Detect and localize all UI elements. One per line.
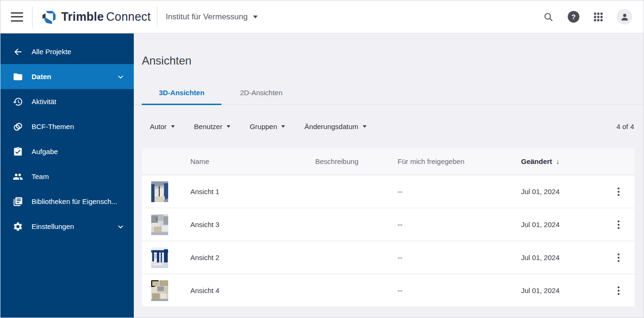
filters: Autor Benutzer Gruppen Änderungsdatum (150, 122, 367, 130)
trimble-logo-icon (41, 9, 57, 25)
sidebar-item-daten[interactable]: Daten (0, 64, 134, 89)
sidebar-item-label: Aufgabe (32, 147, 58, 155)
folder-icon (13, 72, 23, 82)
view-name: Ansicht 2 (190, 253, 315, 261)
filter-autor[interactable]: Autor (150, 122, 175, 130)
chevron-down-icon (171, 125, 175, 128)
row-menu-button[interactable] (612, 283, 625, 299)
filter-toolbar: Autor Benutzer Gruppen Änderungsdatum 4 … (134, 105, 644, 148)
sidebar-item-label: BCF-Themen (32, 122, 74, 130)
brand-name: TrimbleConnect (61, 10, 151, 24)
sidebar-item-bibliotheken[interactable]: Bibliotheken für Eigensch... (0, 189, 134, 214)
view-modified: Jul 01, 2024 (521, 220, 612, 228)
user-avatar[interactable] (617, 9, 632, 24)
arrow-left-icon (13, 47, 23, 57)
brand-bold: Trimble (61, 10, 104, 23)
view-modified: Jul 01, 2024 (521, 188, 612, 196)
header-actions: ? (542, 9, 644, 24)
sidebar-item-label: Bibliotheken für Eigensch... (32, 197, 117, 205)
row-menu-button[interactable] (612, 184, 625, 200)
filter-aenderungsdatum[interactable]: Änderungsdatum (304, 122, 366, 130)
view-thumbnail (151, 280, 168, 301)
filter-label: Autor (150, 122, 167, 130)
history-icon (13, 97, 23, 107)
chevron-down-icon (117, 73, 124, 81)
table-row[interactable]: Ansicht 1 -- Jul 01, 2024 (142, 175, 635, 208)
filter-label: Benutzer (194, 122, 222, 130)
chevron-down-icon (117, 223, 124, 230)
brand-light: Connect (106, 10, 151, 23)
column-header-name[interactable]: Name (190, 157, 315, 165)
gear-icon (13, 221, 23, 232)
sidebar-item-label: Alle Projekte (32, 48, 71, 56)
filter-gruppen[interactable]: Gruppen (250, 122, 285, 130)
top-header: TrimbleConnect Institut für Vermessung ? (0, 0, 644, 33)
sidebar-item-aufgabe[interactable]: Aufgabe (0, 139, 134, 164)
view-modified: Jul 01, 2024 (521, 286, 612, 294)
sort-desc-icon: ↓ (556, 157, 560, 166)
apps-grid-icon[interactable] (592, 10, 605, 24)
view-thumbnail (151, 181, 168, 202)
view-name: Ansicht 1 (190, 188, 315, 196)
result-count: 4 of 4 (616, 122, 634, 130)
table-row[interactable]: Ansicht 2 -- Jul 01, 2024 (142, 241, 635, 274)
view-thumbnail (151, 247, 168, 268)
header-divider (32, 7, 33, 27)
svg-text:?: ? (571, 13, 576, 21)
sidebar-item-alle-projekte[interactable]: Alle Projekte (0, 39, 134, 64)
view-shared: -- (398, 188, 521, 196)
people-icon (13, 171, 23, 182)
column-header-label: Geändert (521, 157, 552, 165)
bcf-rings-icon (13, 122, 23, 132)
row-menu-button[interactable] (612, 217, 625, 233)
filter-label: Änderungsdatum (304, 122, 358, 130)
tab-bar: 3D-Ansichten 2D-Ansichten (134, 81, 644, 105)
view-modified: Jul 01, 2024 (521, 253, 612, 261)
column-header-freigegeben[interactable]: Für mich freigegeben (398, 157, 521, 165)
project-name: Institut für Vermessung (166, 12, 248, 22)
view-thumbnail (151, 214, 168, 235)
column-header-geaendert[interactable]: Geändert ↓ (521, 157, 612, 166)
sidebar-item-einstellungen[interactable]: Einstellungen (0, 214, 134, 239)
project-selector-dropdown[interactable]: Institut für Vermessung (166, 12, 258, 22)
table-header-row: Name Beschreibung Für mich freigegeben G… (142, 148, 635, 175)
view-name: Ansicht 3 (190, 220, 315, 228)
sidebar-item-aktivitaet[interactable]: Aktivität (0, 89, 134, 114)
column-header-beschreibung[interactable]: Beschreibung (315, 157, 398, 165)
view-shared: -- (398, 286, 521, 294)
sidebar-nav: Alle Projekte Daten Aktivität BCF-Themen… (0, 33, 134, 318)
table-row[interactable]: Ansicht 4 -- Jul 01, 2024 (142, 274, 635, 307)
sidebar-item-label: Daten (32, 73, 51, 81)
help-icon[interactable]: ? (567, 10, 580, 24)
chevron-down-icon (281, 125, 285, 128)
table-row[interactable]: Ansicht 3 -- Jul 01, 2024 (142, 208, 635, 241)
view-shared: -- (398, 253, 521, 261)
sidebar-item-team[interactable]: Team (0, 164, 134, 189)
library-icon (13, 196, 23, 207)
clipboard-check-icon (13, 147, 23, 157)
search-icon[interactable] (542, 10, 555, 24)
sidebar-item-label: Einstellungen (32, 222, 74, 230)
views-table: Name Beschreibung Für mich freigegeben G… (142, 148, 635, 307)
chevron-down-icon (363, 125, 367, 128)
page-title: Ansichten (134, 33, 644, 67)
chevron-down-icon (253, 16, 258, 18)
menu-icon[interactable] (11, 12, 23, 22)
header-divider (157, 7, 157, 27)
sidebar-item-label: Aktivität (32, 98, 57, 106)
main-content: Ansichten 3D-Ansichten 2D-Ansichten Auto… (134, 33, 644, 318)
sidebar-item-bcf-themen[interactable]: BCF-Themen (0, 114, 134, 139)
view-shared: -- (398, 220, 521, 228)
view-name: Ansicht 4 (190, 286, 315, 294)
row-menu-button[interactable] (612, 250, 625, 266)
sidebar-item-label: Team (32, 172, 49, 180)
tab-3d-ansichten[interactable]: 3D-Ansichten (142, 81, 221, 105)
filter-label: Gruppen (250, 122, 277, 130)
filter-benutzer[interactable]: Benutzer (194, 122, 230, 130)
tab-2d-ansichten[interactable]: 2D-Ansichten (221, 81, 301, 105)
chevron-down-icon (227, 125, 230, 128)
